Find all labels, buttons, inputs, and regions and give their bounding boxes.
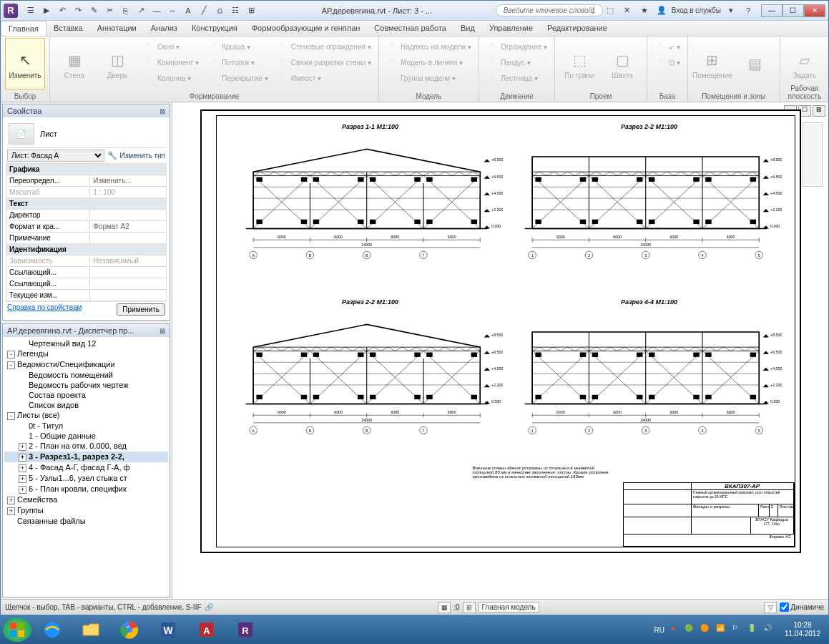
ribbon-small-button[interactable]: ▫Крыша ▾ xyxy=(205,39,271,54)
ribbon-small-button[interactable]: ▫Стеновые ограждения ▾ xyxy=(274,39,374,54)
navigation-bar[interactable] xyxy=(803,122,823,187)
taskbar-chrome[interactable] xyxy=(112,618,147,642)
ribbon-small-button[interactable]: ▫Свяжи разрезки стены ▾ xyxy=(274,55,374,69)
qat-button[interactable]: ▶ xyxy=(39,4,54,18)
ribbon-button[interactable]: ▤ xyxy=(735,38,775,89)
qat-button[interactable]: ↶ xyxy=(55,4,69,18)
ribbon-tab[interactable]: Главная xyxy=(1,21,46,36)
ribbon-small-button[interactable]: ▫Колонна ▾ xyxy=(140,71,202,85)
signin-icon[interactable]: 👤 xyxy=(654,4,669,18)
qat-button[interactable]: ✂ xyxy=(102,4,117,18)
ribbon-small-button[interactable]: ▫Потолок ▾ xyxy=(205,55,271,69)
qat-button[interactable]: ✎ xyxy=(87,4,101,18)
prop-value[interactable]: Формат А2 xyxy=(90,221,167,233)
tree-toggle-icon[interactable]: + xyxy=(19,454,26,462)
signin-label[interactable]: Вход в службы xyxy=(672,6,721,14)
filter-button[interactable]: ▽ xyxy=(764,602,777,613)
ribbon-small-button[interactable]: ▫Перекрытие ▾ xyxy=(205,71,271,85)
type-selector[interactable]: 📄 Лист xyxy=(6,120,167,148)
ribbon-small-button[interactable]: ▫Надпись на модели ▾ xyxy=(383,39,474,54)
qat-button[interactable]: ⎙ xyxy=(212,4,227,18)
ribbon-small-button[interactable]: ▫Окно ▾ xyxy=(140,39,202,54)
apply-button[interactable]: Применить xyxy=(117,303,165,316)
qat-button[interactable]: ⎘ xyxy=(118,4,132,18)
signin-dropdown-icon[interactable]: ▾ xyxy=(724,4,738,18)
qat-button[interactable]: ☷ xyxy=(228,4,242,18)
help-icon[interactable]: ? xyxy=(741,4,755,18)
tray-icon[interactable]: ⚐ xyxy=(732,624,743,635)
prop-group-header[interactable]: Текст xyxy=(6,198,167,210)
edit-type-icon[interactable]: 🔧 xyxy=(107,151,117,160)
ribbon-button[interactable]: ▱Задать xyxy=(785,38,825,89)
ribbon-button[interactable]: ⬚По грани xyxy=(559,38,599,89)
project-browser-close-icon[interactable]: ⊠ xyxy=(160,327,165,335)
tree-node[interactable]: +Группы xyxy=(4,505,168,516)
favorite-icon[interactable]: ★ xyxy=(637,4,652,18)
tree-node[interactable]: +6 - План кровли, специфик xyxy=(4,484,168,494)
close-button[interactable]: ✕ xyxy=(804,4,825,17)
qat-button[interactable]: — xyxy=(149,4,164,18)
tree-toggle-icon[interactable]: - xyxy=(7,351,15,358)
ribbon-tab[interactable]: Управление xyxy=(482,21,540,36)
properties-close-icon[interactable]: ⊠ xyxy=(160,107,165,115)
taskbar-ie[interactable] xyxy=(34,618,70,642)
tree-node[interactable]: +2 - План на отм. 0.000, вед xyxy=(4,441,168,452)
ribbon-tab[interactable]: Конструкция xyxy=(185,21,245,36)
ribbon-tab[interactable]: Формообразующие и генплан xyxy=(245,21,368,36)
tree-node[interactable]: +4 - Фасад А-Г, фасад Г-А, ф xyxy=(4,462,168,473)
ribbon-tab[interactable]: Совместная работа xyxy=(367,21,453,36)
tray-icon[interactable]: 🟢 xyxy=(685,624,696,635)
prop-value[interactable]: Независимый xyxy=(90,255,167,267)
dynamic-check[interactable]: Динамиче xyxy=(780,602,824,612)
taskbar-word[interactable]: W xyxy=(150,618,186,642)
drawing-canvas[interactable]: — ☐ ⊠ Внешние стены здания устроены из с… xyxy=(172,102,828,599)
ribbon-small-button[interactable]: ▫⊡ ▾ xyxy=(652,55,683,69)
canvas-scroll[interactable]: Внешние стены здания устроены из стальны… xyxy=(172,102,828,599)
prop-group-header[interactable]: Идентификация xyxy=(6,244,167,255)
ribbon-small-button[interactable]: ▫Группа модели ▾ xyxy=(383,71,474,85)
tree-node[interactable]: +Семейства xyxy=(4,494,168,505)
qat-button[interactable]: ↷ xyxy=(71,4,85,18)
qat-button[interactable]: ↔ xyxy=(165,4,180,18)
tree-toggle-icon[interactable]: - xyxy=(7,361,15,369)
tray-icon[interactable]: 🔋 xyxy=(747,624,759,635)
qat-button[interactable]: ↗ xyxy=(134,4,148,18)
editable-button[interactable]: ⊞ xyxy=(463,602,476,613)
tree-node[interactable]: 1 - Общие данные xyxy=(4,431,168,441)
ribbon-small-button[interactable]: ▫Импост ▾ xyxy=(274,71,374,85)
ribbon-button[interactable]: ⊞Помещение xyxy=(692,38,732,89)
clock[interactable]: 10:28 11.04.2012 xyxy=(779,621,826,638)
tree-toggle-icon[interactable]: + xyxy=(7,497,15,504)
tree-toggle-icon[interactable]: + xyxy=(19,443,26,451)
tree-node[interactable]: Список видов xyxy=(4,400,168,410)
tree-toggle-icon[interactable]: + xyxy=(19,486,26,494)
ribbon-small-button[interactable]: ▫Модель в линиях ▾ xyxy=(383,55,474,69)
language-indicator[interactable]: RU xyxy=(654,626,664,634)
subscription-icon[interactable]: ⬚ xyxy=(603,4,617,18)
ribbon-small-button[interactable]: ▫↙ ▾ xyxy=(652,39,683,54)
minimize-button[interactable]: — xyxy=(761,4,783,17)
worksets-button[interactable]: ▦ xyxy=(438,602,451,613)
ribbon-tab[interactable]: Вид xyxy=(453,21,482,36)
prop-value[interactable]: Изменить... xyxy=(90,175,167,187)
taskbar-autocad[interactable]: A xyxy=(189,618,225,642)
qat-button[interactable]: A xyxy=(181,4,195,18)
tree-toggle-icon[interactable]: + xyxy=(7,507,15,515)
prop-value[interactable] xyxy=(90,278,167,290)
ribbon-small-button[interactable]: ▫Лестница ▾ xyxy=(484,71,550,85)
maximize-button[interactable]: ☐ xyxy=(783,4,804,17)
prop-value[interactable]: 1 : 100 xyxy=(90,187,167,198)
ribbon-button[interactable]: ▢Шахта xyxy=(602,38,642,89)
project-browser-header[interactable]: АР.деревягина.rvt - Диспетчер пр... ⊠ xyxy=(3,324,170,337)
tray-icon[interactable]: 📶 xyxy=(716,624,727,635)
prop-value[interactable] xyxy=(90,233,167,244)
taskbar-explorer[interactable] xyxy=(73,618,109,642)
qat-button[interactable]: ╱ xyxy=(197,4,211,18)
prop-value[interactable] xyxy=(90,290,167,301)
ribbon-small-button[interactable]: ▫Пандус ▾ xyxy=(484,55,550,69)
ribbon-tab[interactable]: Аннотации xyxy=(90,21,144,36)
tree-node[interactable]: -Легенды xyxy=(4,348,168,359)
tree-node[interactable]: +5 - Узлы1...6, узел стыка ст xyxy=(4,473,168,484)
app-menu-button[interactable]: R xyxy=(4,4,18,18)
ribbon-tab[interactable]: Вставка xyxy=(46,21,90,36)
